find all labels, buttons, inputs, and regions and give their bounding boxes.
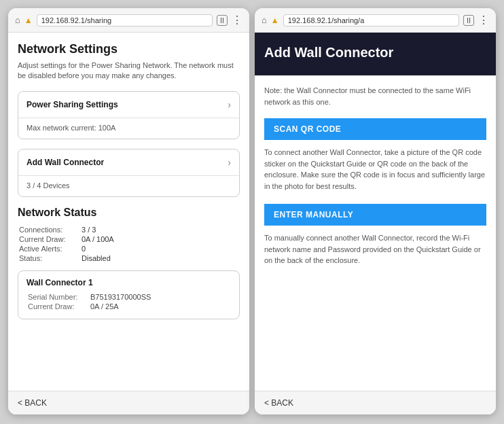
status-row: Status:Disabled [19,254,114,262]
add-connector-sub: 3 / 4 Devices [18,176,239,196]
network-status-table: Connections:3 / 3Current Draw:0A / 100AA… [18,224,115,264]
left-address-bar: ⌂ ▲ 192.168.92.1/sharing II ⋮ [8,8,249,33]
right-url[interactable]: 192.168.92.1/sharing/a [283,14,459,26]
network-status-title: Network Status [18,207,240,219]
connector-key: Current Draw: [28,302,89,311]
connector-value: B75193170000SS [90,293,151,301]
right-address-bar: ⌂ ▲ 192.168.92.1/sharing/a II ⋮ [255,8,496,33]
enter-manually-button[interactable]: ENTER MANUALLY [264,204,486,226]
connector-card-title: Wall Connector 1 [26,278,231,287]
right-back-bar[interactable]: < BACK [255,391,496,414]
status-value: 0 [82,245,114,253]
connector-detail-row: Current Draw:0A / 25A [28,302,151,311]
right-dark-header: Add Wall Connector [255,33,496,75]
right-menu-icon[interactable]: ⋮ [478,14,489,26]
right-home-icon: ⌂ [262,15,267,25]
manual-description: To manually connect another Wall Connect… [264,232,486,266]
add-connector-card[interactable]: Add Wall Connector › 3 / 4 Devices [18,149,240,197]
status-key: Connections: [19,226,80,234]
status-row: Active Alerts:0 [19,245,114,253]
power-sharing-chevron: › [228,99,231,110]
power-sharing-label: Power Sharing Settings [26,100,118,109]
status-key: Current Draw: [19,235,80,243]
left-subtitle: Adjust settings for the Power Sharing Ne… [18,60,240,82]
connector-card: Wall Connector 1 Serial Number:B75193170… [18,270,240,319]
status-key: Status: [19,254,80,262]
add-connector-row[interactable]: Add Wall Connector › [18,149,239,176]
connector-detail-table: Serial Number:B75193170000SSCurrent Draw… [26,292,152,312]
status-value: 0A / 100A [82,235,114,243]
left-content: Network Settings Adjust settings for the… [8,33,249,391]
connector-detail-row: Serial Number:B75193170000SS [28,293,151,301]
tab-count-right[interactable]: II [463,15,474,26]
right-page-title: Add Wall Connector [264,45,486,60]
left-url[interactable]: 192.168.92.1/sharing [37,14,213,26]
connector-value: 0A / 25A [90,302,151,311]
status-row: Current Draw:0A / 100A [19,235,114,243]
power-sharing-row[interactable]: Power Sharing Settings › [18,92,239,118]
connector-key: Serial Number: [28,293,89,301]
right-back-label[interactable]: < BACK [264,398,293,408]
scan-qr-button[interactable]: SCAN QR CODE [264,118,486,140]
power-sharing-sub: Max network current: 100A [18,118,239,139]
add-connector-chevron: › [228,157,231,168]
scan-description: To connect another Wall Connector, take … [264,147,486,192]
right-warning-icon: ▲ [271,16,279,25]
tab-count-left[interactable]: II [217,15,228,26]
left-back-label[interactable]: < BACK [18,398,47,408]
left-back-bar[interactable]: < BACK [8,391,249,414]
power-sharing-card[interactable]: Power Sharing Settings › Max network cur… [18,91,240,139]
warning-icon: ▲ [24,16,33,25]
add-connector-label: Add Wall Connector [26,158,104,167]
right-content: Note: the Wall Connector must be connect… [255,75,496,391]
left-screen: ⌂ ▲ 192.168.92.1/sharing II ⋮ Network Se… [8,8,249,414]
status-value: Disabled [82,254,114,262]
left-page-title: Network Settings [18,42,240,56]
note-text: Note: the Wall Connector must be connect… [264,85,486,107]
right-screen: ⌂ ▲ 192.168.92.1/sharing/a II ⋮ Add Wall… [255,8,496,414]
home-icon: ⌂ [15,15,20,25]
left-menu-icon[interactable]: ⋮ [232,14,242,26]
status-value: 3 / 3 [82,226,114,234]
status-row: Connections:3 / 3 [19,226,114,234]
status-key: Active Alerts: [19,245,80,253]
